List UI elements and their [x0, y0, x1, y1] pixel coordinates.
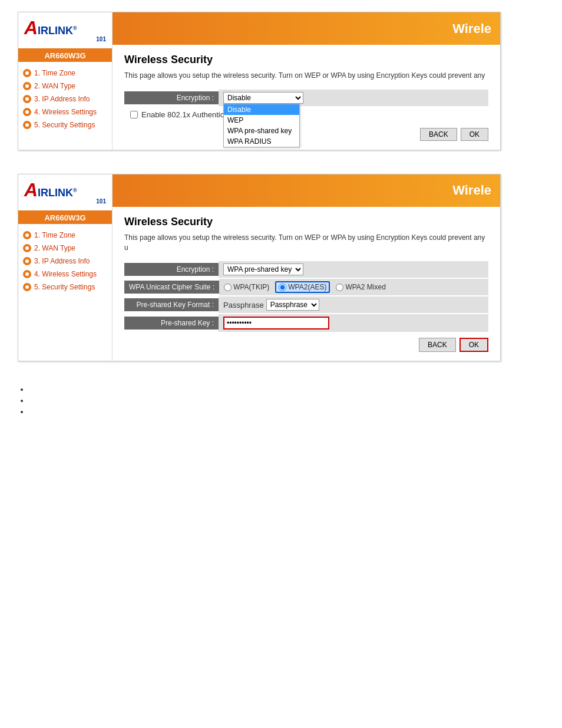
- logo-area-1: A IRLINK® 101: [18, 12, 112, 50]
- passphrase-select[interactable]: Passphrase Hex: [266, 299, 319, 311]
- router-panel-2: A IRLINK® 101 AR660W3G 1. Time Zone 2. W…: [18, 174, 501, 362]
- encryption-label-1: Encryption :: [124, 91, 219, 104]
- sidebar-nav-2: 1. Time Zone 2. WAN Type 3. IP Address I…: [18, 224, 112, 298]
- page-title-1: Wireless Security: [124, 54, 488, 66]
- encryption-row-2: Encryption : WPA pre-shared key Disable …: [124, 261, 488, 278]
- model-name-2: AR660W3G: [18, 212, 112, 224]
- main-content-2: Wirele Wireless Security This page allow…: [113, 174, 500, 361]
- nav-icon-1: [23, 69, 31, 77]
- nav-label-ipinfo-1: 3. IP Address Info: [34, 95, 90, 103]
- buttons-row-2: BACK OK: [124, 338, 488, 352]
- psk-format-row: Pre-shared Key Format : Passphrase Passp…: [124, 297, 488, 313]
- psk-format-label: Pre-shared Key Format :: [124, 298, 219, 311]
- radio-input-mixed[interactable]: [336, 284, 343, 291]
- nav-label-timezone-1: 1. Time Zone: [34, 69, 75, 77]
- bullet-item-3: [29, 407, 544, 416]
- nav-item-wantype-1[interactable]: 2. WAN Type: [18, 80, 112, 93]
- encryption-row-1: Encryption : Disable WEP WPA pre-shared …: [124, 90, 488, 106]
- nav-item-security-2[interactable]: 5. Security Settings: [18, 281, 112, 294]
- page-desc-2: This page allows you setup the wireless …: [124, 233, 488, 253]
- psk-row: Pre-shared Key :: [124, 314, 488, 332]
- wpa-cipher-row: WPA Unicast Cipher Suite : WPA(TKIP) WPA…: [124, 279, 488, 295]
- sidebar-nav-1: 1. Time Zone 2. WAN Type 3. IP Address I…: [18, 62, 112, 136]
- nav-item-ipinfo-1[interactable]: 3. IP Address Info: [18, 93, 112, 106]
- psk-label: Pre-shared Key :: [124, 317, 219, 330]
- bullet-item-2: [29, 396, 544, 405]
- logo-irlink-text-2: IRLINK®: [38, 187, 77, 198]
- logo-irlink-text: IRLINK®: [38, 25, 77, 36]
- wpa-cipher-value: WPA(TKIP) WPA2(AES) WPA2 Mixed: [219, 279, 488, 295]
- back-button-1[interactable]: BACK: [420, 128, 457, 141]
- encryption-label-2: Encryption :: [124, 263, 219, 276]
- cipher-radio-group: WPA(TKIP) WPA2(AES) WPA2 Mixed: [224, 281, 386, 293]
- logo-a-icon: A: [24, 18, 38, 37]
- nav-item-wireless-1[interactable]: 4. Wireless Settings: [18, 106, 112, 118]
- psk-format-value: Passphrase Passphrase Hex: [219, 297, 488, 313]
- encryption-value-cell-1: Disable WEP WPA pre-shared key WPA RADIU…: [219, 90, 488, 106]
- radio-input-aes[interactable]: [279, 284, 286, 291]
- content-area-2: Wireless Security This page allows you s…: [113, 207, 500, 361]
- radio-label-mixed: WPA2 Mixed: [345, 283, 385, 291]
- nav-item-ipinfo-2[interactable]: 3. IP Address Info: [18, 255, 112, 268]
- nav-label-wantype-2: 2. WAN Type: [34, 244, 75, 252]
- bullet-list: [18, 385, 544, 416]
- dropdown-item-wpa-psk[interactable]: WPA pre-shared key: [224, 126, 299, 136]
- nav-icon-2-2: [23, 244, 31, 252]
- ok-button-2[interactable]: OK: [459, 338, 488, 352]
- wpa-cipher-label: WPA Unicast Cipher Suite :: [124, 281, 219, 294]
- radio-label-aes: WPA2(AES): [288, 283, 326, 291]
- enable-8021x-checkbox[interactable]: [130, 111, 138, 118]
- nav-icon-4: [23, 108, 31, 116]
- header-title-2: Wirele: [452, 183, 491, 198]
- encryption-dropdown-container[interactable]: Disable WEP WPA pre-shared key WPA RADIU…: [223, 92, 303, 104]
- content-area-1: Wireless Security This page allows you s…: [113, 45, 500, 150]
- radio-label-tkip: WPA(TKIP): [233, 283, 269, 291]
- logo-a-icon-2: A: [24, 180, 38, 199]
- radio-input-tkip[interactable]: [224, 284, 232, 291]
- page-desc-1: This page allows you setup the wireless …: [124, 71, 488, 81]
- dropdown-list-1[interactable]: Disable WEP WPA pre-shared key WPA RADIU…: [223, 104, 300, 147]
- nav-item-timezone-1[interactable]: 1. Time Zone: [18, 67, 112, 80]
- dropdown-item-disable[interactable]: Disable: [224, 104, 299, 115]
- nav-label-security-1: 5. Security Settings: [34, 121, 95, 129]
- logo-101: 101: [24, 36, 106, 42]
- nav-icon-5: [23, 121, 31, 129]
- logo-area-2: A IRLINK® 101: [18, 174, 112, 212]
- dropdown-item-wpa-radius[interactable]: WPA RADIUS: [224, 136, 299, 147]
- nav-label-wireless-1: 4. Wireless Settings: [34, 108, 97, 116]
- header-title-1: Wirele: [452, 21, 491, 37]
- checkbox-row-1: Enable 802.1x Authentication: [130, 107, 488, 122]
- dropdown-item-wep[interactable]: WEP: [224, 115, 299, 126]
- logo-101-2: 101: [24, 198, 106, 205]
- nav-icon-3: [23, 95, 31, 103]
- format-text: Passphrase: [223, 301, 264, 309]
- nav-icon-2-3: [23, 257, 31, 265]
- radio-wpa-tkip[interactable]: WPA(TKIP): [224, 283, 269, 291]
- sidebar-1: A IRLINK® 101 AR660W3G 1. Time Zone 2. W…: [18, 12, 113, 150]
- nav-icon-2-4: [23, 270, 31, 278]
- main-content-1: Wirele Wireless Security This page allow…: [113, 12, 500, 150]
- psk-input[interactable]: [223, 317, 329, 330]
- bullet-item-1: [29, 385, 544, 394]
- header-bar-2: Wirele: [113, 174, 500, 207]
- nav-item-timezone-2[interactable]: 1. Time Zone: [18, 229, 112, 242]
- sidebar-2: A IRLINK® 101 AR660W3G 1. Time Zone 2. W…: [18, 174, 113, 361]
- page-title-2: Wireless Security: [124, 216, 488, 228]
- ok-button-1[interactable]: OK: [461, 128, 488, 141]
- header-bar-1: Wirele: [113, 12, 500, 45]
- nav-label-security-2: 5. Security Settings: [34, 283, 95, 291]
- back-button-2[interactable]: BACK: [419, 338, 456, 352]
- radio-wpa2-mixed[interactable]: WPA2 Mixed: [336, 283, 385, 291]
- nav-icon-2: [23, 82, 31, 90]
- nav-label-ipinfo-2: 3. IP Address Info: [34, 257, 90, 265]
- nav-label-timezone-2: 1. Time Zone: [34, 231, 75, 239]
- encryption-select-2[interactable]: WPA pre-shared key Disable WEP WPA RADIU…: [223, 263, 303, 275]
- encryption-value-cell-2: WPA pre-shared key Disable WEP WPA RADIU…: [219, 261, 488, 278]
- nav-item-wantype-2[interactable]: 2. WAN Type: [18, 242, 112, 255]
- nav-icon-2-5: [23, 283, 31, 291]
- radio-wpa2-aes[interactable]: WPA2(AES): [275, 281, 330, 293]
- nav-item-wireless-2[interactable]: 4. Wireless Settings: [18, 268, 112, 281]
- nav-item-security-1[interactable]: 5. Security Settings: [18, 118, 112, 131]
- psk-value-cell: [219, 314, 488, 332]
- encryption-select-1[interactable]: Disable WEP WPA pre-shared key WPA RADIU…: [223, 92, 303, 104]
